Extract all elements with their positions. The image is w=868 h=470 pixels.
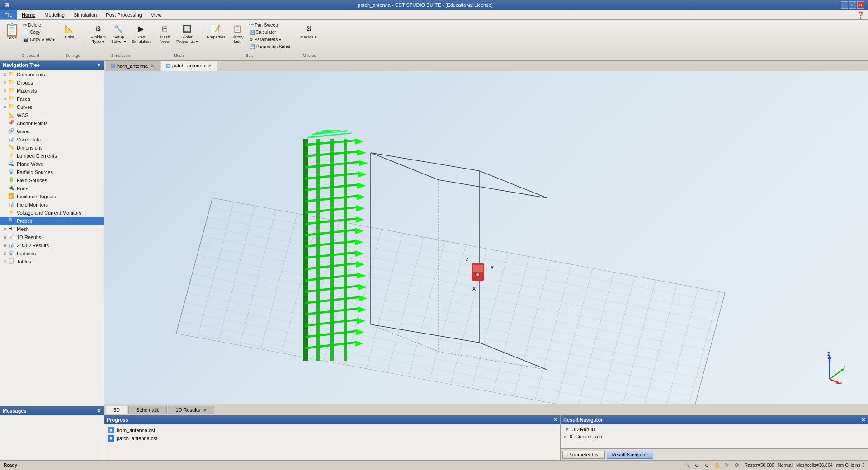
messages-close[interactable]: ✕ xyxy=(97,408,101,414)
copy-button[interactable]: 📄 Copy xyxy=(21,29,57,36)
units-button[interactable]: 📐 Units xyxy=(61,22,77,41)
tree-item-2d3d-results[interactable]: ⊕ 📊 2D/3D Results xyxy=(0,241,104,249)
tree-item-anchor-points[interactable]: ⊕ 📌 Anchor Points xyxy=(0,119,104,127)
tree-item-curves[interactable]: ⊕ 📁 Curves xyxy=(0,103,104,111)
menu-bar: File Home Modeling Simulation Post Proce… xyxy=(0,10,868,20)
parameter-list-tab[interactable]: Parameter List xyxy=(562,451,605,459)
view-tab-3d[interactable]: 3D xyxy=(106,406,127,414)
maximize-button[interactable]: □ xyxy=(849,1,856,9)
lumped-icon: ⚡ xyxy=(8,152,15,160)
faces-icon: 📁 xyxy=(8,95,15,103)
close-button[interactable]: ✕ xyxy=(857,1,864,9)
expand-farfields[interactable]: ⊕ xyxy=(2,250,8,257)
doc-tab-horn-antenna[interactable]: 🖼 horn_antenna ✕ xyxy=(106,61,160,70)
history-list-button[interactable]: 📋 HistoryList xyxy=(229,22,246,45)
calculator-button[interactable]: 🔢 Calculator xyxy=(247,29,294,36)
tree-item-faces[interactable]: ⊕ 📁 Faces xyxy=(0,95,104,103)
1d-results-tab-close[interactable]: ✕ xyxy=(203,408,207,413)
zoom-fit-icon[interactable]: 🔍 xyxy=(683,461,691,470)
pan-icon[interactable]: ✋ xyxy=(713,461,721,470)
view-tab-schematic[interactable]: Schematic xyxy=(128,406,167,414)
parametric-sweep-button[interactable]: 〰 Par. Sweep xyxy=(247,22,294,28)
parametric-subst-button[interactable]: 🔄 Parametric Subst. xyxy=(247,43,294,50)
tree-item-farfields[interactable]: ⊕ 📡 Farfields xyxy=(0,249,104,258)
menu-home[interactable]: Home xyxy=(17,10,40,19)
nav-tree-close[interactable]: ✕ xyxy=(97,62,101,68)
expand-curves[interactable]: ⊕ xyxy=(2,104,8,110)
viewport-3d[interactable]: // This won't execute in SVG, using stat… xyxy=(104,71,868,404)
result-nav-close[interactable]: ✕ xyxy=(861,417,865,423)
tree-item-field-sources[interactable]: ⊕ 🔋 Field Sources xyxy=(0,176,104,184)
properties-button[interactable]: 📝 Properties xyxy=(205,22,228,41)
progress-close[interactable]: ✕ xyxy=(553,417,557,423)
copy-view-button[interactable]: 📷 Copy View ▾ xyxy=(21,36,57,43)
tree-item-voltage-current[interactable]: ⊕ ⚡ Voltage and Current Monitors xyxy=(0,209,104,217)
progress-item-patch[interactable]: ■ patch_antenna.cst xyxy=(106,434,558,442)
expand-1d[interactable]: ⊕ xyxy=(2,234,8,240)
global-properties-button[interactable]: 🔲 GlobalProperties ▾ xyxy=(174,22,201,45)
tree-item-voxel[interactable]: ⊕ 📊 Voxel Data xyxy=(0,136,104,144)
tree-item-dimensions[interactable]: ⊕ 📏 Dimensions xyxy=(0,144,104,152)
tree-item-farfield-sources[interactable]: ⊕ 📡 Farfield Sources xyxy=(0,168,104,176)
tree-item-ports[interactable]: ⊕ 🔌 Ports xyxy=(0,184,104,193)
axis-indicator-svg: Z Y X xyxy=(814,352,845,384)
mesh-view-button[interactable]: ⊞ MeshView xyxy=(157,22,173,45)
result-item-current-run[interactable]: ▸ 0: Current Run xyxy=(564,433,864,440)
tree-item-materials[interactable]: ⊕ 📁 Materials xyxy=(0,87,104,95)
menu-modeling[interactable]: Modeling xyxy=(40,10,69,19)
menu-simulation[interactable]: Simulation xyxy=(69,10,101,19)
expand-faces[interactable]: ⊕ xyxy=(2,96,8,102)
expand-groups[interactable]: ⊕ xyxy=(2,80,8,86)
window-title: patch_antenna - CST STUDIO SUITE - [Educ… xyxy=(358,2,493,8)
svg-marker-34 xyxy=(305,319,359,327)
tree-item-1d-results[interactable]: ⊕ 📈 1D Results xyxy=(0,233,104,241)
parameters-button[interactable]: ⚙ Parameters ▾ xyxy=(247,36,294,43)
rotate-icon[interactable]: ↻ xyxy=(723,461,731,470)
problem-type-button[interactable]: ⚙ ProblemType ▾ xyxy=(88,22,108,45)
tree-item-mesh[interactable]: ⊕ ⊞ Mesh xyxy=(0,225,104,233)
bounding-box-svg xyxy=(104,71,868,404)
patch-tab-close[interactable]: ✕ xyxy=(207,63,212,68)
paste-button[interactable]: 📋 Paste xyxy=(4,22,20,52)
doc-tab-patch-antenna[interactable]: 🖼 patch_antenna ✕ xyxy=(161,61,217,70)
tree-item-wcs[interactable]: ⊕ 📐 WCS xyxy=(0,111,104,119)
expand-mesh[interactable]: ⊕ xyxy=(2,226,8,232)
menu-view[interactable]: View xyxy=(146,10,166,19)
minimize-button[interactable]: ─ xyxy=(841,1,848,9)
progress-item-horn[interactable]: ■ horn_antenna.cst xyxy=(106,426,558,434)
menu-post-processing[interactable]: Post Processing xyxy=(101,10,146,19)
delete-button[interactable]: ✂ Delete xyxy=(21,22,57,28)
setup-solver-button[interactable]: 🔧 SetupSolver ▾ xyxy=(109,22,128,45)
zoom-in-icon[interactable]: ⊕ xyxy=(693,461,701,470)
help-icon[interactable]: ❓ xyxy=(857,11,864,19)
tree-item-lumped[interactable]: ⊕ ⚡ Lumped Elements xyxy=(0,152,104,160)
anchor-icon: 📌 xyxy=(8,120,15,127)
expand-materials[interactable]: ⊕ xyxy=(2,88,8,94)
start-simulation-button[interactable]: ▶ StartSimulation xyxy=(129,22,153,45)
tree-item-probes[interactable]: ⊕ 🔍 Probes xyxy=(0,217,104,225)
result-navigator-tab[interactable]: Result Navigator xyxy=(607,451,653,459)
tree-item-field-monitors[interactable]: ⊕ 📊 Field Monitors xyxy=(0,201,104,209)
tree-item-excitation[interactable]: ⊕ 📶 Excitation Signals xyxy=(0,193,104,201)
global-properties-icon: 🔲 xyxy=(182,23,193,34)
menu-file[interactable]: File xyxy=(0,10,17,19)
macros-button[interactable]: ⚙ Macros ▾ xyxy=(298,22,319,41)
tree-item-plane-wave[interactable]: ⊕ 🌊 Plane Wave xyxy=(0,160,104,168)
tree-item-components[interactable]: ⊕ 📁 Components xyxy=(0,70,104,79)
tree-item-wires[interactable]: ⊕ 🔗 Wires xyxy=(0,127,104,136)
expand-2d3d[interactable]: ⊕ xyxy=(2,242,8,249)
result-item-3d-run[interactable]: ▼ 3D Run ID xyxy=(564,426,864,432)
svg-line-77 xyxy=(830,369,843,379)
nav-tree-content[interactable]: ⊕ 📁 Components ⊕ 📁 Groups ⊕ 📁 Materials … xyxy=(0,70,104,406)
tree-item-tables[interactable]: ⊕ 📋 Tables xyxy=(0,258,104,266)
view-tab-1d-results[interactable]: 1D Results ✕ xyxy=(168,406,214,414)
zoom-out-icon[interactable]: ⊖ xyxy=(703,461,711,470)
tree-item-groups[interactable]: ⊕ 📁 Groups xyxy=(0,79,104,87)
expand-tables[interactable]: ⊕ xyxy=(2,258,8,265)
doc-tabs: 🖼 horn_antenna ✕ 🖼 patch_antenna ✕ xyxy=(104,61,868,71)
ribbon: 📋 Paste ✂ Delete 📄 Copy 📷 Copy View ▾ xyxy=(0,20,868,61)
horn-tab-close[interactable]: ✕ xyxy=(150,63,155,69)
expand-components[interactable]: ⊕ xyxy=(2,71,8,78)
settings-status-icon[interactable]: ⚙ xyxy=(733,461,741,470)
groups-icon: 📁 xyxy=(8,79,15,86)
